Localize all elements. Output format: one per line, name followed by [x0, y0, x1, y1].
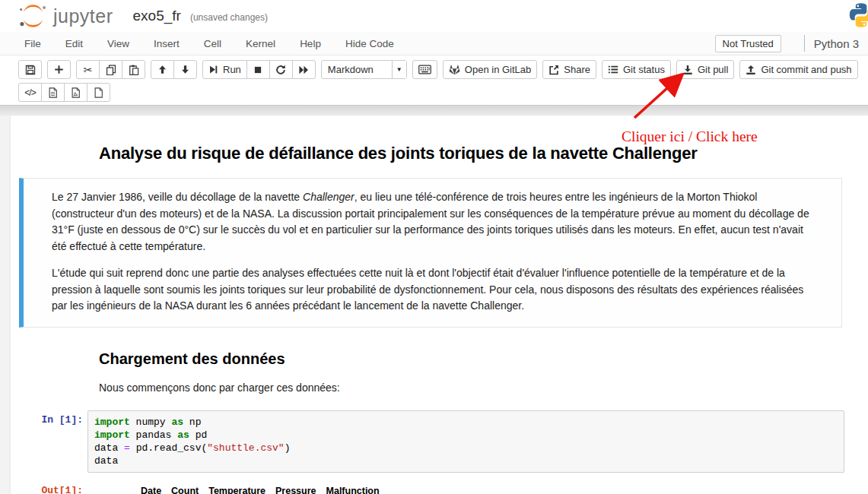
command-palette-button[interactable] [412, 60, 437, 79]
list-icon [608, 65, 618, 74]
not-trusted-button[interactable]: Not Trusted [715, 35, 781, 52]
menu-bar: File Edit View Insert Cell Kernel Help H… [0, 32, 868, 55]
jupyter-notebook-app: jupyter exo5_fr (unsaved changes) File E… [0, 0, 868, 494]
restart-run-all-button[interactable] [292, 60, 316, 79]
menu-edit[interactable]: Edit [65, 38, 83, 49]
git-pull-button[interactable]: Git pull [676, 60, 734, 79]
notebook-title[interactable]: exo5_fr [133, 8, 181, 24]
toggle-code-button[interactable]: </> [18, 83, 42, 102]
blockquote-paragraph-2: L'étude qui suit reprend donc une partie… [52, 265, 820, 315]
section-heading: Chargement des données [99, 350, 868, 368]
new-file-button[interactable] [87, 83, 110, 102]
menu-hide-code[interactable]: Hide Code [345, 38, 394, 49]
jupyter-logo[interactable]: jupyter [18, 5, 113, 27]
arrow-up-icon [157, 65, 167, 74]
share-icon [548, 65, 559, 75]
file-blank-icon [94, 87, 103, 98]
menu-file[interactable]: File [24, 38, 41, 49]
intro-blockquote: Le 27 Janvier 1986, veille du décollage … [19, 178, 842, 328]
export-html-button[interactable] [41, 83, 65, 102]
menu-right-group: Not Trusted Python 3 [715, 35, 860, 52]
cut-icon: ✂ [84, 65, 93, 75]
restart-icon [275, 65, 286, 75]
menu-help[interactable]: Help [300, 38, 321, 49]
keyboard-icon [418, 65, 431, 74]
python-logo-icon [848, 2, 868, 28]
column-header-malfunction: Malfunction [326, 486, 380, 494]
code-cell[interactable]: In [1]: import numpy as npimport pandas … [11, 410, 868, 473]
git-commit-push-button[interactable]: Git commit and push [739, 60, 857, 79]
move-cell-up-button[interactable] [151, 60, 174, 79]
output-cell: Out[1]: Date Count Temperature Pressure … [11, 481, 868, 494]
git-commit-push-label: Git commit and push [761, 64, 851, 75]
restart-kernel-button[interactable] [269, 60, 293, 79]
git-status-label: Git status [623, 64, 665, 75]
file-text-icon [48, 87, 58, 98]
menu-kernel[interactable]: Kernel [246, 38, 275, 49]
menu-insert[interactable]: Insert [154, 38, 180, 49]
kernel-divider [804, 35, 805, 52]
git-pull-label: Git pull [698, 64, 728, 75]
share-button[interactable]: Share [542, 60, 596, 79]
kernel-name: Python 3 [814, 37, 859, 50]
stop-icon [253, 65, 262, 74]
input-prompt: In [1]: [11, 410, 87, 426]
fast-forward-icon [298, 65, 309, 74]
git-status-button[interactable]: Git status [602, 60, 671, 79]
blockquote-paragraph-1: Le 27 Janvier 1986, veille du décollage … [52, 189, 820, 255]
menu-cell[interactable]: Cell [204, 38, 221, 49]
notebook-h1: Analyse du risque de défaillance des joi… [99, 143, 787, 164]
code-lines: import numpy as npimport pandas as pddat… [94, 416, 838, 467]
export-pdf-button[interactable] [64, 83, 87, 102]
share-button-label: Share [564, 64, 590, 75]
move-cell-down-button[interactable] [173, 60, 197, 79]
upload-icon [746, 65, 756, 75]
paste-icon [129, 65, 139, 75]
jupyter-logo-text: jupyter [53, 5, 113, 27]
click-here-annotation: Cliquer ici / Click here [622, 128, 758, 145]
arrow-down-icon [180, 65, 190, 74]
gitlab-icon [449, 65, 460, 75]
code-input-area[interactable]: import numpy as npimport pandas as pddat… [87, 410, 844, 473]
interrupt-kernel-button[interactable] [246, 60, 270, 79]
toolbar-row-1: ✂ Run Markdown ▼ Open in GitLab Share G [18, 60, 868, 81]
column-header-date: Date [141, 486, 161, 494]
open-in-gitlab-button[interactable]: Open in GitLab [443, 60, 537, 79]
step-forward-icon [208, 65, 218, 74]
cut-cell-button[interactable]: ✂ [76, 60, 100, 79]
chevron-down-icon: ▼ [392, 61, 406, 78]
cell-type-select[interactable]: Markdown ▼ [321, 60, 407, 79]
notebook-background: Analyse du risque de défaillance des joi… [0, 116, 868, 494]
notebook-page: Analyse du risque de défaillance des joi… [11, 116, 868, 494]
file-pdf-icon [71, 87, 81, 98]
copy-cell-button[interactable] [99, 60, 122, 79]
save-icon [25, 65, 36, 75]
toolbar-row-2: </> [18, 83, 868, 103]
toolbar: ✂ Run Markdown ▼ Open in GitLab Share G [0, 55, 868, 106]
run-cell-button[interactable]: Run [202, 60, 247, 79]
plus-icon [54, 65, 64, 74]
paste-cell-button[interactable] [122, 60, 145, 79]
add-cell-button[interactable] [47, 60, 71, 79]
open-in-gitlab-label: Open in GitLab [465, 64, 531, 75]
output-prompt: Out[1]: [11, 481, 87, 494]
code-icon: </> [24, 88, 35, 97]
jupyter-logo-icon [18, 5, 48, 27]
dataframe-header-row: Date Count Temperature Pressure Malfunct… [141, 481, 380, 494]
cell-type-selected: Markdown [322, 61, 392, 78]
app-header: jupyter exo5_fr (unsaved changes) [0, 0, 868, 32]
save-button[interactable] [18, 60, 42, 79]
challenger-italic: Challenger [303, 191, 355, 203]
download-icon [682, 65, 693, 75]
copy-icon [106, 65, 116, 75]
column-header-count: Count [171, 486, 199, 494]
column-header-pressure: Pressure [275, 486, 316, 494]
section-intro: Nous commençons donc par charger ces don… [99, 382, 868, 394]
menu-view[interactable]: View [107, 38, 129, 49]
run-button-label: Run [223, 64, 241, 75]
save-status: (unsaved changes) [190, 9, 268, 23]
column-header-temperature: Temperature [208, 486, 265, 494]
